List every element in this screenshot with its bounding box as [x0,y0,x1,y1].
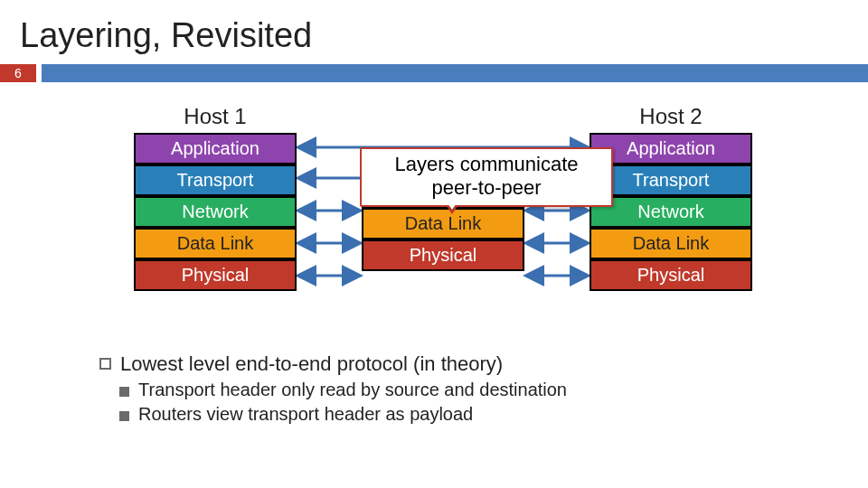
callout-line2: peer-to-peer [367,176,606,200]
callout-box: Layers communicate peer-to-peer [360,147,613,207]
bullet-main: Lowest level end-to-end protocol (in the… [99,352,814,376]
slide-title: Layering, Revisited [0,0,868,59]
bullet-fill-icon [119,387,129,397]
host2-physical-layer: Physical [590,259,752,291]
router-physical-layer: Physical [362,239,524,271]
host1-column: Host 1 Application Transport Network Dat… [134,104,297,291]
host1-transport-layer: Transport [134,164,297,196]
bullet-sub1: Transport header only read by source and… [99,380,814,400]
bullet-sub2: Routers view transport header as payload [99,404,814,425]
bullet-fill-icon [119,411,129,421]
layer-diagram: Host 1 Application Transport Network Dat… [0,77,868,343]
callout-line1: Layers communicate [367,153,606,176]
host2-application-layer: Application [590,133,752,164]
host1-network-layer: Network [134,196,297,228]
bullet-main-text: Lowest level end-to-end protocol (in the… [120,352,503,376]
host2-datalink-layer: Data Link [590,228,752,259]
bullet-sub2-text: Routers view transport header as payload [138,404,473,425]
host1-datalink-layer: Data Link [134,228,297,259]
host2-network-layer: Network [590,196,752,228]
bullet-sub1-text: Transport header only read by source and… [138,380,567,400]
host1-title: Host 1 [134,104,297,129]
host2-column: Host 2 Application Transport Network Dat… [590,104,752,291]
host2-transport-layer: Transport [590,164,752,196]
bullet-open-icon [99,358,111,370]
notes-block: Lowest level end-to-end protocol (in the… [99,352,814,425]
host1-physical-layer: Physical [134,259,297,291]
callout-tail-fill [446,201,458,210]
host2-title: Host 2 [590,104,752,129]
host1-application-layer: Application [134,133,297,164]
